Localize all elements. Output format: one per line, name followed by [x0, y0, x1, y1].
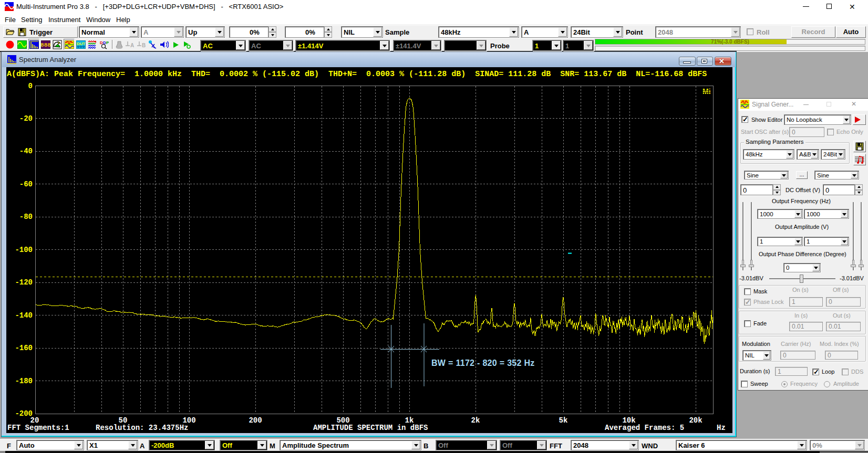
svg-text:B: B — [142, 43, 146, 48]
svg-text:888: 888 — [41, 42, 50, 48]
svg-text:P: P — [106, 40, 109, 45]
svg-text:A: A — [130, 43, 134, 48]
svg-text:DUT: DUT — [77, 41, 86, 46]
